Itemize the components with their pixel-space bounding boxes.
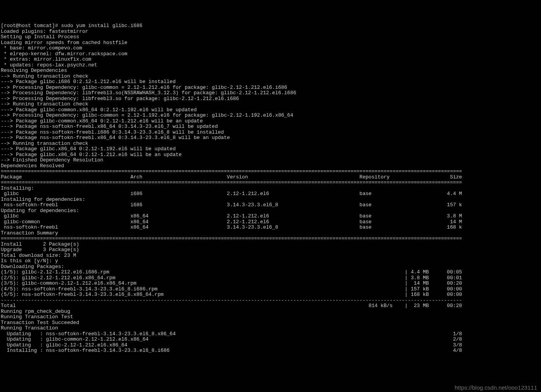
prompt-line: [root@host tomcat]# sudo yum install gli…: [1, 23, 540, 29]
summary-line: Install 2 Package(s): [1, 242, 540, 248]
download-line: (1/5): glibc-2.12-1.212.el6.i686.rpm | 4…: [1, 270, 540, 275]
table-row: glibc i686 2.12-1.212.el6 base 4.4 M: [1, 191, 540, 197]
watermark-text: https://blog.csdn.net/ooo123111: [454, 385, 537, 388]
transaction-step: Updating : glibc-2.12-1.212.el6.x86_64 3…: [1, 343, 540, 348]
total-line: Total 814 kB/s | 23 MB 00:28: [1, 303, 540, 309]
terminal-line: --> Processing Dependency: glibc-common …: [1, 113, 540, 119]
section-label: Installing for dependencies:: [1, 197, 540, 203]
summary-title: Transaction Summary: [1, 231, 540, 236]
terminal-line: --> Running transaction check: [1, 141, 540, 147]
terminal-line: * base: mirror.compevo.com: [1, 46, 540, 51]
dash-separator: ----------------------------------------…: [1, 298, 540, 304]
download-line: (5/5): nss-softokn-freebl-3.14.3-23.3.el…: [1, 292, 540, 298]
terminal-line: ---> Package glibc-common.x86_64 0:2.12-…: [1, 107, 540, 113]
terminal-line: --> Finished Dependency Resolution: [1, 158, 540, 163]
terminal-line: Loading mirror speeds from cached hostfi…: [1, 40, 540, 46]
separator: ========================================…: [1, 236, 540, 242]
terminal-line: --> Processing Dependency: libfreebl3.so…: [1, 90, 540, 96]
section-label: Installing:: [1, 186, 540, 192]
terminal-line: ---> Package glibc.x86_64 0:2.12-1.212.e…: [1, 152, 540, 158]
terminal-line: --> Running transaction check: [1, 74, 540, 80]
section-label: Updating for dependencies:: [1, 208, 540, 214]
terminal-line: Dependencies Resolved: [1, 163, 540, 169]
terminal-line: * extras: mirror.linuxfix.com: [1, 57, 540, 63]
terminal-line: --> Processing Dependency: libfreebl3.so…: [1, 96, 540, 102]
terminal-line: --> Running transaction check: [1, 102, 540, 107]
transaction-step: Updating : glibc-common-2.12-1.212.el6.x…: [1, 337, 540, 343]
terminal-line: Loaded plugins: fastestmirror: [1, 29, 540, 35]
terminal-line: * elrepo-kernel: dfw.mirror.rackspace.co…: [1, 51, 540, 57]
table-row: glibc x86_64 2.12-1.212.el6 base 3.8 M: [1, 214, 540, 219]
terminal-line: ---> Package glibc.i686 0:2.12-1.212.el6…: [1, 79, 540, 85]
terminal-line: * updates: repos-lax.psychz.net: [1, 63, 540, 68]
terminal-line: ---> Package glibc-common.x86_64 0:2.12-…: [1, 119, 540, 124]
table-row: nss-softokn-freebl x86_64 3.14.3-23.3.el…: [1, 225, 540, 231]
terminal-line: Setting up Install Process: [1, 34, 540, 40]
terminal-line: Running Transaction Test: [1, 314, 540, 320]
download-line: (4/5): nss-softokn-freebl-3.14.3-23.3.el…: [1, 287, 540, 292]
table-row: nss-softokn-freebl i686 3.14.3-23.3.el6_…: [1, 202, 540, 208]
terminal-line: Total download size: 23 M: [1, 253, 540, 259]
terminal-line: Running Transaction: [1, 326, 540, 331]
terminal-line: Transaction Test Succeeded: [1, 320, 540, 326]
download-line: (2/5): glibc-2.12-1.212.el6.x86_64.rpm |…: [1, 275, 540, 281]
terminal-line: Resolving Dependencies: [1, 68, 540, 74]
separator: ========================================…: [1, 180, 540, 186]
terminal-line: ---> Package nss-softokn-freebl.i686 0:3…: [1, 130, 540, 136]
terminal-line: Downloading Packages:: [1, 264, 540, 270]
terminal-line: Running rpm_check_debug: [1, 309, 540, 315]
transaction-step: Updating : nss-softokn-freebl-3.14.3-23.…: [1, 331, 540, 337]
table-header: Package Arch Version Repository Size: [1, 175, 540, 180]
download-line: (3/5): glibc-common-2.12-1.212.el6.x86_6…: [1, 281, 540, 287]
separator: ========================================…: [1, 169, 540, 175]
terminal-line: ---> Package glibc.x86_64 0:2.12-1.192.e…: [1, 146, 540, 152]
terminal-line: --> Processing Dependency: glibc-common …: [1, 85, 540, 91]
table-row: glibc-common x86_64 2.12-1.212.el6 base …: [1, 219, 540, 225]
terminal-line: Is this ok [y/N]: y: [1, 258, 540, 264]
transaction-step: Installing : nss-softokn-freebl-3.14.3-2…: [1, 348, 540, 354]
terminal-line: ---> Package nss-softokn-freebl.x86_64 0…: [1, 135, 540, 141]
terminal-line: ---> Package nss-softokn-freebl.x86_64 0…: [1, 124, 540, 130]
summary-line: Upgrade 3 Package(s): [1, 247, 540, 253]
terminal-output: [root@host tomcat]# sudo yum install gli…: [1, 23, 540, 354]
